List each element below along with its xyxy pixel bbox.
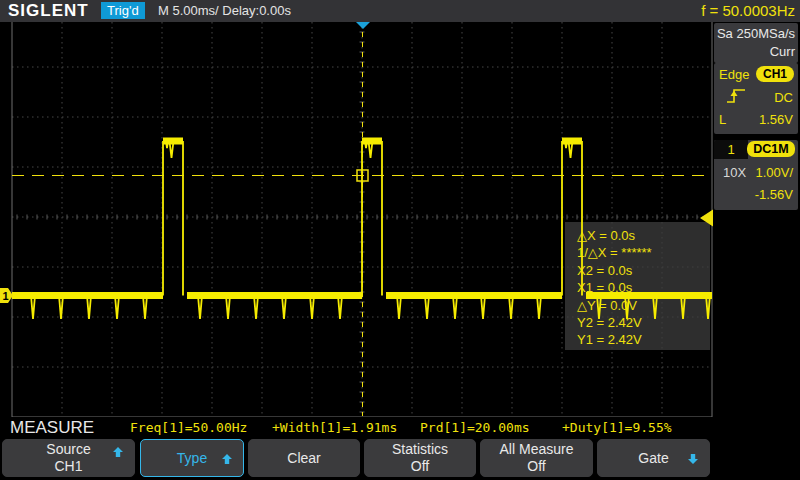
cursor-y1: Y1 = 2.42V <box>577 331 710 348</box>
channel-info-box[interactable]: 1 DC1M 10X 1.00V/ -1.56V <box>714 140 798 210</box>
cursor-y2: Y2 = 2.42V <box>577 314 710 331</box>
measure-title: MEASURE <box>10 418 94 438</box>
trigger-coupling: DC <box>774 90 793 105</box>
trigger-status-badge: Trig'd <box>101 2 145 19</box>
cursor-x1: X1 = 0.0s <box>577 279 710 296</box>
cursor-delta-x: △X = 0.0s <box>577 227 710 244</box>
trigger-info-box[interactable]: Edge CH1 DC L 1.56V <box>714 63 798 134</box>
cursor-inv-delta-x: 1/△X = ****** <box>577 244 710 261</box>
measure-pos-duty: +Duty[1]=9.55% <box>562 420 672 435</box>
clear-button[interactable]: Clear <box>248 439 360 477</box>
oscilloscope-screen: △X = 0.0s 1/△X = ****** X2 = 0.0s X1 = 0… <box>0 0 800 480</box>
measure-bar: MEASURE Freq[1]=50.00Hz +Width[1]=1.91ms… <box>0 417 800 438</box>
all-measure-button[interactable]: All Measure Off <box>480 439 593 477</box>
timebase-readout[interactable]: M 5.00ms/ Delay:0.00s <box>158 3 291 18</box>
trigger-level-label: L <box>719 112 726 127</box>
channel-offset: -1.56V <box>755 187 793 202</box>
rising-edge-icon <box>725 87 747 105</box>
all-measure-button-value: Off <box>527 458 545 475</box>
siglent-logo: SIGLENT <box>8 1 89 21</box>
source-button[interactable]: Source CH1 <box>2 439 135 477</box>
statistics-button-label: Statistics <box>392 441 448 458</box>
menu-up-arrow-icon <box>112 446 124 458</box>
frequency-counter: f = 50.0003Hz <box>701 2 795 19</box>
statistics-button[interactable]: Statistics Off <box>364 439 476 477</box>
softkey-menu-bar: Source CH1 Type Clear Statistics Off All… <box>0 438 800 480</box>
volts-per-div: 1.00V/ <box>755 165 793 180</box>
cursor-info-box: △X = 0.0s 1/△X = ****** X2 = 0.0s X1 = 0… <box>565 222 710 350</box>
cursor-delta-y: △Y = 0.0V <box>577 297 710 314</box>
gate-button[interactable]: Gate <box>597 439 710 477</box>
statistics-button-value: Off <box>411 458 429 475</box>
all-measure-button-label: All Measure <box>500 441 574 458</box>
clear-button-label: Clear <box>287 450 320 467</box>
measure-period: Prd[1]=20.00ms <box>420 420 530 435</box>
channel1-ground-marker[interactable] <box>0 288 13 303</box>
menu-down-arrow-icon <box>687 453 699 465</box>
top-status-bar: SIGLENT Trig'd M 5.00ms/ Delay:0.00s f =… <box>0 0 800 22</box>
cursor-x2: X2 = 0.0s <box>577 262 710 279</box>
probe-attenuation: 10X <box>723 165 746 180</box>
channel-number: 1 <box>714 140 748 159</box>
type-button-label: Type <box>177 450 207 467</box>
trigger-level-value: 1.56V <box>759 112 793 127</box>
channel-coupling-badge: DC1M <box>747 141 795 157</box>
measure-freq: Freq[1]=50.00Hz <box>130 420 247 435</box>
source-button-value: CH1 <box>54 458 82 475</box>
cursor-intersection-marker <box>357 170 368 181</box>
gate-button-label: Gate <box>638 450 668 467</box>
sample-rate: Sa 250MSa/s <box>714 25 795 43</box>
acquisition-info-box[interactable]: Sa 250MSa/s Curr 17.5Mpts <box>714 23 798 63</box>
trigger-type: Edge <box>719 67 749 82</box>
source-button-label: Source <box>46 441 90 458</box>
channel1-ground-marker-label: 1 <box>3 290 9 302</box>
measure-pos-width: +Width[1]=1.91ms <box>272 420 397 435</box>
menu-up-arrow-icon <box>221 453 233 465</box>
trigger-source-badge: CH1 <box>756 66 794 82</box>
type-button[interactable]: Type <box>140 439 244 477</box>
